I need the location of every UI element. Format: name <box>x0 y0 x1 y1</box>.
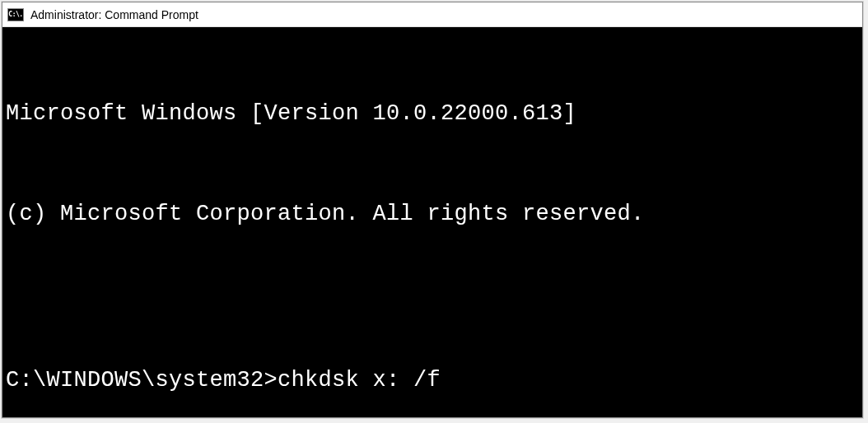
prompt-line: C:\WINDOWS\system32>chkdsk x: /f <box>6 364 859 397</box>
cmd-icon: C:\. <box>7 8 24 21</box>
version-line: Microsoft Windows [Version 10.0.22000.61… <box>6 97 859 131</box>
copyright-line: (c) Microsoft Corporation. All rights re… <box>6 198 859 231</box>
prompt-path: C:\WINDOWS\system32> <box>6 364 278 397</box>
command-prompt-window: C:\. Administrator: Command Prompt Micro… <box>2 2 863 418</box>
titlebar[interactable]: C:\. Administrator: Command Prompt <box>2 2 862 27</box>
command-input[interactable]: chkdsk x: /f <box>278 364 441 397</box>
window-title: Administrator: Command Prompt <box>30 8 198 21</box>
terminal-area[interactable]: Microsoft Windows [Version 10.0.22000.61… <box>2 27 862 417</box>
